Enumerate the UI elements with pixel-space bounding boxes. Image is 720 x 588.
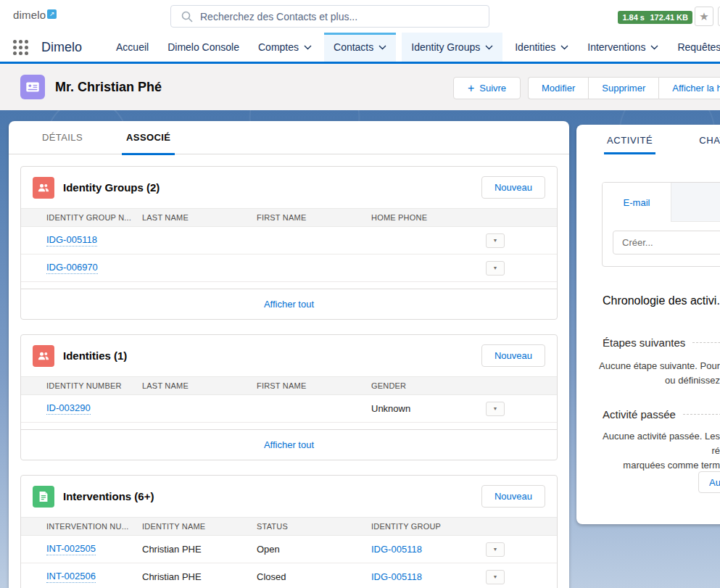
app-name: Dimelo bbox=[41, 40, 82, 55]
table-row: IDG-005118 ▼ bbox=[21, 227, 557, 254]
past-activity-empty-text: Aucune activité passée. Les ré marquées … bbox=[594, 429, 720, 473]
related-list-title: Identity Groups (2) bbox=[63, 181, 160, 194]
table-row: INT-002506 Christian PHE Closed IDG-0051… bbox=[21, 563, 557, 588]
follow-button[interactable]: + Suivre bbox=[453, 77, 521, 99]
section-divider bbox=[692, 342, 720, 343]
logo-arrow-icon: ↗ bbox=[47, 9, 57, 19]
perf-time-badge: 1.84 s bbox=[618, 11, 649, 24]
edit-button[interactable]: Modifier bbox=[528, 77, 588, 99]
new-identity-button[interactable]: Nouveau bbox=[481, 344, 545, 367]
search-input[interactable] bbox=[200, 11, 489, 22]
activity-composer: E-mail bbox=[602, 182, 720, 267]
record-title: Mr. Christian Phé bbox=[55, 80, 162, 95]
top-bar: dimelo ↗ 1.84 s 172.41 KB ★ bbox=[0, 0, 720, 33]
favorite-star-button[interactable]: ★ bbox=[695, 7, 713, 26]
table-row: ID-003290 Unknown ▼ bbox=[21, 395, 557, 423]
nav-tab-accueil[interactable]: Accueil bbox=[107, 33, 158, 62]
next-steps-empty-text: Aucune étape suivante. Pour ou définisse… bbox=[594, 359, 720, 388]
nav-tab-interventions[interactable]: Interventions bbox=[578, 33, 668, 62]
identity-groups-icon bbox=[33, 177, 54, 199]
identity-group-link[interactable]: IDG-005118 bbox=[371, 571, 422, 582]
history-button[interactable]: Afficher la h bbox=[658, 77, 720, 99]
related-list-interventions: Interventions (6+) Nouveau INTERVENTION … bbox=[20, 475, 558, 588]
record-link[interactable]: IDG-006970 bbox=[46, 262, 98, 274]
dimelo-logo: dimelo ↗ bbox=[13, 9, 57, 21]
new-identity-group-button[interactable]: Nouveau bbox=[481, 176, 545, 199]
next-steps-section: Étapes suivantes bbox=[603, 336, 720, 349]
table-header: IDENTITY NUMBER LAST NAME FIRST NAME GEN… bbox=[21, 376, 557, 395]
nav-tab-identity-groups[interactable]: Identity Groups bbox=[402, 33, 502, 62]
contact-card-icon bbox=[25, 79, 41, 95]
nav-tabs: Accueil Dimelo Console Comptes Contacts … bbox=[107, 33, 720, 62]
record-link[interactable]: INT-002505 bbox=[46, 543, 96, 555]
plus-icon: + bbox=[468, 83, 474, 94]
row-actions-button[interactable]: ▼ bbox=[486, 570, 505, 584]
identities-icon bbox=[33, 345, 54, 367]
activity-tabs: ACTIVITÉ CHATT bbox=[576, 125, 720, 154]
record-link[interactable]: IDG-005118 bbox=[46, 234, 97, 247]
record-link[interactable]: INT-002506 bbox=[46, 571, 96, 583]
dropdown-arrow-icon: ▼ bbox=[493, 547, 498, 552]
tab-activity[interactable]: ACTIVITÉ bbox=[604, 135, 655, 154]
app-launcher-icon[interactable] bbox=[13, 40, 28, 55]
related-list-title: Interventions (6+) bbox=[63, 490, 154, 502]
dropdown-arrow-icon: ▼ bbox=[493, 265, 498, 270]
related-list-identities: Identities (1) Nouveau IDENTITY NUMBER L… bbox=[20, 334, 558, 460]
dropdown-arrow-icon: ▼ bbox=[493, 574, 498, 579]
view-all-footer: Afficher tout bbox=[21, 429, 557, 460]
table-spacer bbox=[21, 423, 557, 429]
search-icon bbox=[181, 11, 193, 22]
record-button-group: Modifier Supprimer Afficher la h bbox=[528, 77, 720, 99]
tab-related[interactable]: ASSOCIÉ bbox=[122, 121, 175, 155]
section-divider bbox=[683, 414, 720, 415]
tab-details[interactable]: DÉTAILS bbox=[38, 121, 87, 155]
row-actions-button[interactable]: ▼ bbox=[486, 233, 505, 248]
nav-tab-comptes[interactable]: Comptes bbox=[249, 33, 321, 62]
chevron-down-icon bbox=[304, 45, 312, 50]
view-all-link[interactable]: Afficher tout bbox=[264, 299, 314, 310]
related-list-title: Identities (1) bbox=[63, 349, 127, 362]
new-intervention-button[interactable]: Nouveau bbox=[481, 485, 545, 508]
interventions-icon bbox=[33, 486, 54, 508]
record-link[interactable]: ID-003290 bbox=[46, 402, 91, 415]
composer-input-box[interactable] bbox=[613, 231, 720, 254]
delete-button[interactable]: Supprimer bbox=[588, 77, 658, 99]
chevron-down-icon bbox=[560, 45, 568, 50]
dropdown-arrow-icon: ▼ bbox=[493, 406, 498, 411]
tab-chatter[interactable]: CHATT bbox=[696, 135, 720, 154]
contact-record-icon bbox=[20, 75, 45, 99]
past-activity-section: Activité passée bbox=[603, 408, 720, 421]
view-all-footer: Afficher tout bbox=[21, 289, 557, 319]
row-actions-button[interactable]: ▼ bbox=[486, 542, 505, 557]
record-tabs: DÉTAILS ASSOCIÉ bbox=[9, 121, 569, 154]
composer-input[interactable] bbox=[622, 237, 720, 248]
dropdown-arrow-icon: ▼ bbox=[493, 238, 498, 243]
nav-tab-requetes[interactable]: Requêtes bbox=[668, 33, 720, 62]
identity-group-link[interactable]: IDG-005118 bbox=[371, 544, 422, 555]
table-header: IDENTITY GROUP N... LAST NAME FIRST NAME… bbox=[21, 208, 557, 227]
activity-timeline-title: Chronologie des activi... bbox=[603, 294, 720, 307]
logo-text: dimelo bbox=[13, 9, 46, 21]
row-actions-button[interactable]: ▼ bbox=[486, 402, 505, 416]
chevron-down-icon bbox=[378, 45, 386, 50]
row-actions-button[interactable]: ▼ bbox=[486, 261, 505, 276]
table-header: INTERVENTION NU... IDENTITY NAME STATUS … bbox=[21, 517, 557, 536]
view-all-link[interactable]: Afficher tout bbox=[264, 439, 314, 450]
global-search[interactable] bbox=[170, 5, 489, 28]
table-spacer bbox=[21, 282, 557, 289]
clipped-activity-button[interactable]: Au bbox=[698, 471, 720, 493]
nav-tab-contacts[interactable]: Contacts bbox=[324, 33, 396, 62]
nav-bar: Dimelo Accueil Dimelo Console Comptes Co… bbox=[0, 33, 720, 64]
table-row: IDG-006970 ▼ bbox=[21, 254, 557, 282]
record-action-buttons: + Suivre Modifier Supprimer Afficher la … bbox=[453, 77, 720, 99]
perf-size-badge: 172.41 KB bbox=[645, 11, 692, 24]
nav-tab-dimelo-console[interactable]: Dimelo Console bbox=[158, 33, 249, 62]
star-icon: ★ bbox=[699, 10, 708, 22]
chevron-down-icon bbox=[650, 45, 658, 50]
nav-tab-identities[interactable]: Identities bbox=[505, 33, 578, 62]
record-detail-panel: DÉTAILS ASSOCIÉ Identity Groups (2) Nouv… bbox=[9, 121, 569, 588]
composer-tab-strip bbox=[671, 183, 720, 222]
chevron-down-icon bbox=[485, 45, 493, 50]
composer-tab-email[interactable]: E-mail bbox=[603, 183, 671, 222]
activity-panel: ACTIVITÉ CHATT E-mail Chronologie des ac… bbox=[576, 125, 720, 524]
